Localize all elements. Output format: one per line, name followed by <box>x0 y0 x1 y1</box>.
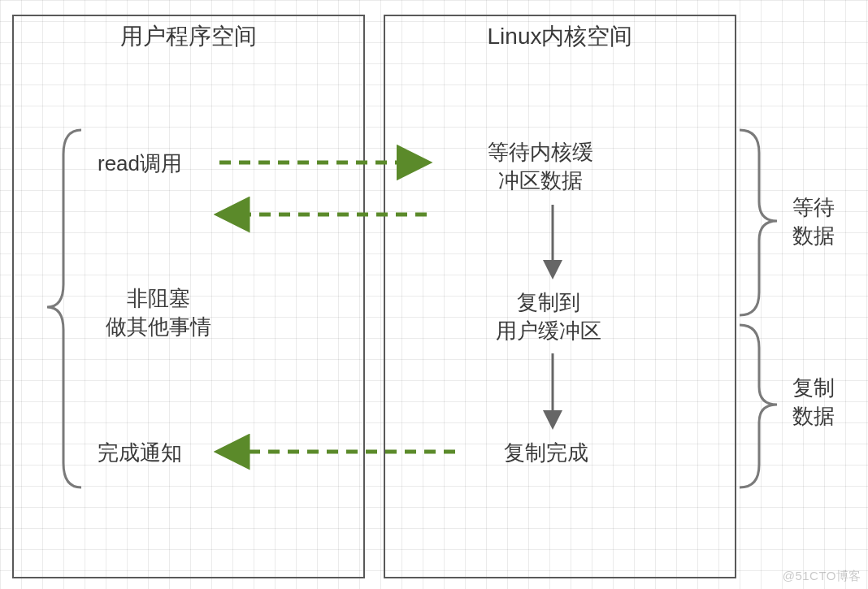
arrows-layer <box>0 0 868 589</box>
brace-user <box>47 130 81 487</box>
watermark: @51CTO博客 <box>783 569 861 584</box>
brace-copy-data <box>740 325 777 487</box>
diagram-stage: 用户程序空间 Linux内核空间 read调用 非阻塞 做其他事情 完成通知 等… <box>0 0 868 589</box>
brace-wait-data <box>740 130 777 315</box>
